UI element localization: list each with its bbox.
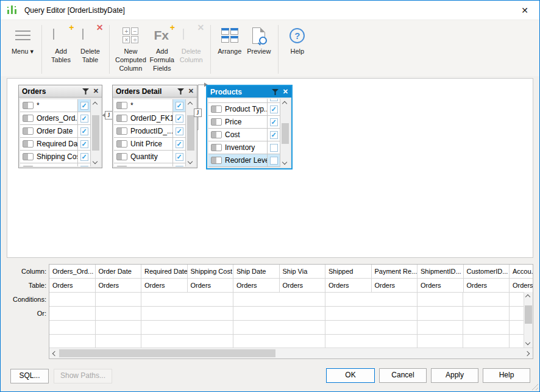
grid-empty-rows[interactable] <box>49 293 533 349</box>
field-checkbox[interactable]: ✓ <box>176 140 183 148</box>
field-row[interactable]: Quantity✓ <box>114 151 185 163</box>
scroll-up-icon[interactable] <box>282 101 287 106</box>
panel-scrollbar[interactable] <box>280 99 290 167</box>
scroll-right-icon[interactable] <box>525 351 530 356</box>
field-row[interactable]: Orders_Ord...✓ <box>20 112 90 125</box>
scrollbar-thumb[interactable] <box>92 115 99 151</box>
add-tables-button[interactable]: + Add Tables <box>48 25 74 65</box>
table-panel-orders-detail[interactable]: Orders Detail ✕ *✓ OrderID_FK1✓ ProductI… <box>112 85 197 168</box>
field-checkbox[interactable]: ✓ <box>270 105 278 113</box>
field-checkbox[interactable] <box>270 99 278 101</box>
panel-header-products[interactable]: Products ✕ <box>207 86 291 98</box>
grid-column-cell[interactable]: Ship Via <box>280 265 326 279</box>
delete-table-button[interactable]: ✕ Delete Table <box>77 25 104 65</box>
grid-horizontal-scrollbar[interactable] <box>49 347 533 358</box>
grid-table-cell[interactable]: Orders <box>325 279 372 293</box>
field-checkbox[interactable]: ✓ <box>80 127 88 135</box>
field-row-partial[interactable]: Discount <box>114 163 185 166</box>
help-button[interactable]: ? Help <box>284 25 311 56</box>
field-row[interactable]: Unit Price✓ <box>114 138 185 151</box>
join-label[interactable]: J <box>194 109 202 117</box>
scroll-down-icon[interactable] <box>93 159 98 164</box>
field-row[interactable]: *✓ <box>20 99 90 112</box>
preview-button[interactable]: Preview <box>246 25 272 56</box>
window-close-icon[interactable]: ✕ <box>517 4 532 16</box>
field-row[interactable]: Price✓ <box>208 116 280 129</box>
grid-column-cell[interactable]: Accou... <box>510 265 533 279</box>
field-checkbox[interactable] <box>270 144 278 152</box>
field-row[interactable]: Order Date✓ <box>20 125 90 138</box>
field-checkbox[interactable] <box>270 157 278 165</box>
table-panel-products[interactable]: Products ✕ Product Typ...✓ Price✓ Cost✓ … <box>206 85 293 169</box>
sql-button[interactable]: SQL... <box>10 369 49 383</box>
scrollbar-thumb[interactable] <box>282 123 289 144</box>
field-checkbox[interactable]: ✓ <box>176 127 183 135</box>
new-computed-column-button[interactable]: +−×÷ New Computed Column <box>115 25 146 73</box>
ok-button[interactable]: OK <box>326 368 375 383</box>
table-panel-orders[interactable]: Orders ✕ *✓ Orders_Ord...✓ Order Date✓ R… <box>18 85 102 168</box>
scroll-down-icon[interactable] <box>188 159 193 164</box>
help-button-footer[interactable]: Help <box>483 368 530 383</box>
panel-header-orders-detail[interactable]: Orders Detail ✕ <box>113 85 197 98</box>
field-checkbox[interactable] <box>176 166 183 167</box>
field-checkbox[interactable]: ✓ <box>270 131 278 139</box>
filter-icon[interactable] <box>177 88 184 94</box>
field-checkbox[interactable]: ✓ <box>80 140 88 148</box>
grid-column-cell[interactable]: Order Date <box>96 265 142 279</box>
grid-vertical-scrollbar[interactable] <box>524 292 533 347</box>
scroll-down-icon[interactable] <box>282 160 287 165</box>
field-row-selected[interactable]: Reorder Level <box>208 154 280 167</box>
grid-table-cell[interactable]: Orders <box>141 279 188 293</box>
grid-column-cell[interactable]: Payment Re... <box>372 265 418 279</box>
field-row[interactable]: ProductID_...✓ <box>114 125 185 138</box>
field-row[interactable]: Product Typ...✓ <box>208 103 280 116</box>
scroll-left-icon[interactable] <box>52 351 57 356</box>
add-formula-fields-button[interactable]: Fx+ Add Formula Fields <box>149 25 176 73</box>
field-checkbox[interactable] <box>80 166 88 167</box>
arrange-button[interactable]: Arrange <box>216 25 243 56</box>
scrollbar-thumb[interactable] <box>525 305 532 324</box>
field-checkbox[interactable]: ✓ <box>176 153 183 161</box>
field-row-partial[interactable]: Ship Date <box>20 163 90 166</box>
grid-table-cell[interactable]: Orders <box>510 279 533 293</box>
field-row[interactable]: Cost✓ <box>208 129 280 141</box>
grid-column-cell[interactable]: CustomerID... <box>464 265 510 279</box>
grid-table-cell[interactable]: Orders <box>233 279 280 293</box>
grid-column-cell[interactable]: Orders_Ord... <box>49 265 96 279</box>
field-checkbox[interactable]: ✓ <box>176 115 183 123</box>
grid-table-cell[interactable]: Orders <box>49 279 96 293</box>
field-checkbox[interactable]: ✓ <box>270 118 278 126</box>
grid-column-cell[interactable]: Ship Date <box>233 265 280 279</box>
scrollbar-thumb[interactable] <box>59 349 275 357</box>
menu-button[interactable]: Menu ▾ <box>9 25 36 56</box>
grid-table-cell[interactable]: Orders <box>280 279 326 293</box>
close-icon[interactable]: ✕ <box>283 88 288 95</box>
grid-column-cell[interactable]: ShipmentID... <box>417 265 464 279</box>
grid-table-cell[interactable]: Orders <box>96 279 142 293</box>
cancel-button[interactable]: Cancel <box>379 368 427 383</box>
scroll-up-icon[interactable] <box>93 102 98 107</box>
scroll-down-icon[interactable] <box>525 340 530 345</box>
scroll-up-icon[interactable] <box>525 294 530 299</box>
panel-header-orders[interactable]: Orders ✕ <box>19 85 102 98</box>
field-row[interactable]: OrderID_FK1✓ <box>114 112 185 125</box>
apply-button[interactable]: Apply <box>431 368 478 383</box>
grid-column-cell[interactable]: Shipping Cost <box>188 265 234 279</box>
grid-table-cell[interactable]: Orders <box>372 279 418 293</box>
field-row[interactable]: Required Date✓ <box>20 138 90 151</box>
field-checkbox[interactable]: ✓ <box>80 153 88 161</box>
field-checkbox[interactable]: ✓ <box>80 102 88 110</box>
filter-icon[interactable] <box>82 88 89 94</box>
field-row[interactable]: Inventory <box>208 141 280 154</box>
field-row[interactable]: Shipping Cost✓ <box>20 151 90 163</box>
field-row-partial[interactable] <box>208 99 280 103</box>
field-checkbox[interactable]: ✓ <box>80 115 88 123</box>
grid-table-cell[interactable]: Orders <box>188 279 234 293</box>
query-diagram-canvas[interactable]: Orders ✕ *✓ Orders_Ord...✓ Order Date✓ R… <box>7 78 533 258</box>
grid-table-cell[interactable]: Orders <box>464 279 510 293</box>
field-checkbox[interactable]: ✓ <box>176 102 183 110</box>
grid-column-cell[interactable]: Shipped <box>325 265 372 279</box>
panel-scrollbar[interactable] <box>90 99 101 166</box>
field-row[interactable]: *✓ <box>114 99 185 112</box>
filter-icon[interactable] <box>272 89 279 95</box>
